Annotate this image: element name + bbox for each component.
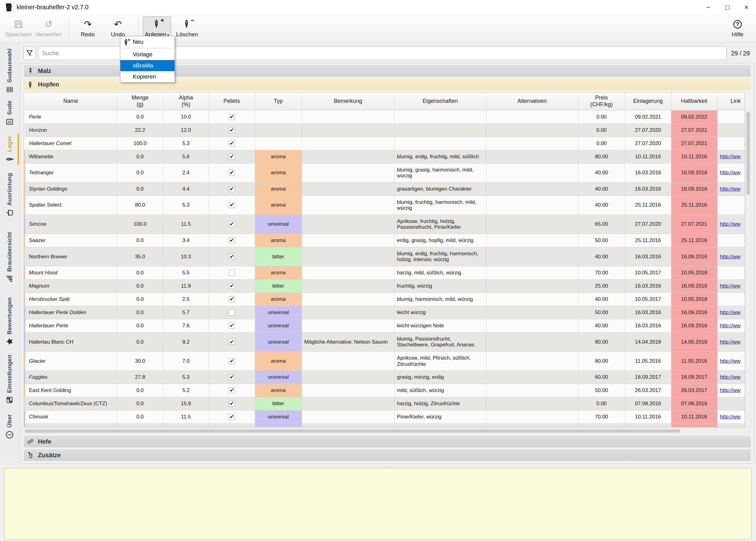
menge-cell[interactable]: 0.0 [117,163,163,182]
bemerkung-cell[interactable]: alternative: EKG, Northern Brewer, Perle… [302,424,394,427]
bemerkung-cell[interactable] [302,279,394,292]
column-header-typ[interactable]: Typ [255,92,302,110]
column-header-haltbarkeit[interactable]: Haltbarkeit [671,92,717,110]
hop-name-cell[interactable]: Spalter Select [25,196,117,215]
haltbarkeit-cell[interactable]: 27.07.2021 [671,124,717,137]
bemerkung-cell[interactable] [302,292,394,306]
bemerkung-cell[interactable] [302,150,394,163]
einlagerung-cell[interactable]: 27.07.2020 [625,137,671,150]
sidebar-tab-bewertungen[interactable]: Bewertungen [0,294,19,349]
alternativen-cell[interactable] [486,332,578,351]
haltbarkeit-cell[interactable]: 03.05.2018 [671,424,717,427]
column-header-alternativen[interactable]: Alternativen [486,92,578,110]
typ-cell[interactable]: universal [255,371,302,384]
alpha-cell[interactable]: 7.0 [163,351,209,370]
eigenschaften-cell[interactable]: erdig, grasig, hopfig, mild, würzig [394,234,486,247]
pellets-cell[interactable]: ✔ [209,196,255,215]
link-cell[interactable]: http://ww [717,424,745,427]
column-header-bemerkung[interactable]: Bemerkung [302,92,394,110]
preis-cell[interactable]: 40.00 [578,247,625,266]
alpha-cell[interactable]: 6.1 [163,424,209,427]
alternativen-cell[interactable] [486,196,578,215]
redo-button[interactable]: ↷ Redo [74,16,102,40]
typ-cell[interactable]: aroma [255,150,302,163]
hop-link[interactable]: http://ww [720,339,741,345]
typ-cell[interactable]: universal [255,215,302,234]
alternativen-cell[interactable] [486,182,578,196]
section-header-zusaetze[interactable]: Zusätze [24,449,751,461]
checkbox-checked[interactable]: ✔ [229,170,235,176]
checkbox-checked[interactable]: ✔ [229,283,235,289]
hop-link[interactable]: http://ww [720,358,741,364]
notes-panel[interactable] [4,468,752,539]
einlagerung-cell[interactable]: 10.05.2017 [625,266,671,279]
preis-cell[interactable]: 70.00 [578,410,625,424]
hop-name-cell[interactable]: Challenger [25,424,117,427]
checkbox-checked[interactable]: ✔ [229,127,235,133]
checkbox-checked[interactable]: ✔ [229,414,235,420]
horizontal-scrollbar[interactable] [24,429,751,433]
haltbarkeit-cell[interactable]: 27.07.2021 [671,215,717,234]
menge-cell[interactable]: 0.0 [117,319,163,332]
hop-name-cell[interactable]: Chinook [25,410,117,424]
hop-link[interactable]: http://ww [720,414,741,420]
preis-cell[interactable]: 40.00 [578,163,625,182]
haltbarkeit-cell[interactable]: 26.03.2017 [671,384,717,397]
hop-link[interactable]: http://ww [720,283,741,289]
sidebar-tab-brauübersicht[interactable]: Brauübersicht [0,224,19,291]
hop-name-cell[interactable]: Simcoe [25,215,117,234]
einlagerung-cell[interactable]: 11.05.2016 [625,351,671,370]
hop-link[interactable]: http://ww [720,170,741,176]
checkbox-checked[interactable]: ✔ [229,323,235,329]
checkbox-checked[interactable]: ✔ [229,114,235,120]
table-row[interactable]: Hallertauer Perle0.07.6✔universalleicht … [25,319,745,332]
alpha-cell[interactable]: 12.0 [163,124,209,137]
maximize-button[interactable]: □ [718,0,737,14]
menge-cell[interactable]: 0.0 [117,234,163,247]
einlagerung-cell[interactable]: 16.03.2016 [625,163,671,182]
hop-name-cell[interactable]: Hallertau Blanc CH [25,332,117,351]
alpha-cell[interactable]: 5.5 [163,266,209,279]
help-button[interactable]: ? Hilfe [725,16,750,40]
einlagerung-cell[interactable]: 16.03.2016 [625,319,671,332]
menge-cell[interactable]: 0.0 [117,306,163,319]
pellets-cell[interactable]: ✔ [209,384,255,397]
table-row[interactable]: Styrian Goldings0.04.4✔aromagrasartigen,… [25,182,745,196]
eigenschaften-cell[interactable]: leicht würzig [394,306,486,319]
alpha-cell[interactable]: 10.3 [163,247,209,266]
typ-cell[interactable]: universal [255,306,302,319]
preis-cell[interactable]: 50.00 [578,384,625,397]
alternativen-cell[interactable] [486,247,578,266]
checkbox-unchecked[interactable] [229,270,235,276]
eigenschaften-cell[interactable] [394,124,486,137]
alternativen-cell[interactable] [486,424,578,427]
typ-cell[interactable]: bitter [255,279,302,292]
hop-name-cell[interactable]: Saazer [25,234,117,247]
table-row[interactable]: Challenger0.06.1✔universalalternative: E… [25,424,745,427]
eigenschaften-cell[interactable]: mild, süßlich, würzig [394,384,486,397]
menge-cell[interactable]: 35.0 [117,247,163,266]
link-cell[interactable] [717,137,745,150]
hop-link[interactable]: http://ww [720,309,741,315]
eigenschaften-cell[interactable]: grasig, minzig, erdig [394,371,486,384]
einlagerung-cell[interactable]: 16.03.2016 [625,279,671,292]
link-cell[interactable] [717,124,745,137]
alternativen-cell[interactable] [486,371,578,384]
checkbox-checked[interactable]: ✔ [229,154,235,160]
preis-cell[interactable]: 80.00 [578,351,625,370]
sidebar-tab-sudauswahl[interactable]: Sudauswahl [0,48,19,94]
link-cell[interactable]: http://ww [717,384,745,397]
haltbarkeit-cell[interactable]: 10.11.2016 [671,150,717,163]
pellets-cell[interactable]: ✔ [209,410,255,424]
hop-name-cell[interactable]: Magnum [25,279,117,292]
haltbarkeit-cell[interactable]: 16.09.2016 [671,182,717,196]
preis-cell[interactable]: 40.00 [578,196,625,215]
hop-link[interactable]: http://ww [720,186,741,192]
menge-cell[interactable]: 0.0 [117,182,163,196]
haltbarkeit-cell[interactable]: 18.09.2017 [671,371,717,384]
typ-cell[interactable] [255,137,302,150]
hop-name-cell[interactable]: Perle [25,110,117,124]
link-cell[interactable]: http://ww [717,150,745,163]
pellets-cell[interactable]: ✔ [209,182,255,196]
haltbarkeit-cell[interactable]: 16.09.2016 [671,279,717,292]
